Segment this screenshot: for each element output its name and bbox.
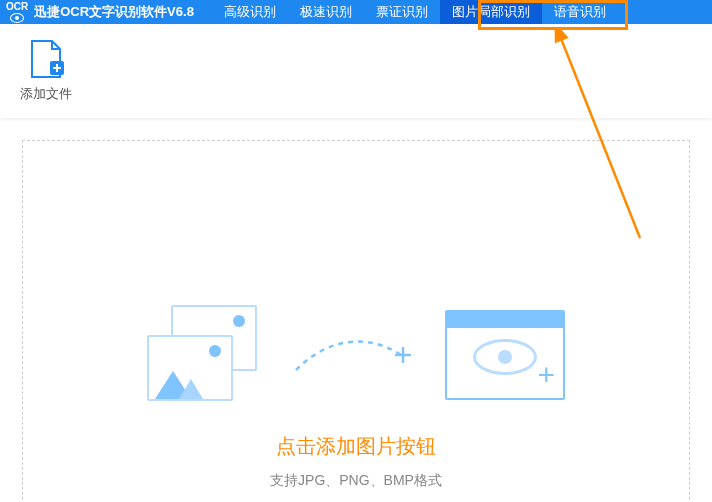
nav-item-partial-image[interactable]: 图片局部识别 [440, 0, 542, 24]
app-title: 迅捷OCR文字识别软件V6.8 [34, 3, 194, 21]
cta-subtitle: 支持JPG、PNG、BMP格式 [270, 472, 442, 490]
nav-item-fast[interactable]: 极速识别 [288, 0, 364, 24]
nav-item-voice[interactable]: 语音识别 [542, 0, 618, 24]
eye-icon [473, 339, 537, 375]
drop-zone[interactable]: + 点击添加图片按钮 支持JPG、PNG、BMP格式 [22, 140, 690, 500]
nav-item-ticket[interactable]: 票证识别 [364, 0, 440, 24]
preview-card-icon: + [445, 310, 565, 400]
cta-title: 点击添加图片按钮 [276, 433, 436, 460]
eye-icon [10, 13, 24, 23]
arrow-dashed-icon [291, 330, 421, 380]
file-plus-icon [28, 39, 64, 79]
app-logo: OCR [0, 0, 34, 24]
illustration: + [147, 305, 565, 405]
toolbar: 添加文件 [0, 24, 712, 118]
add-file-label: 添加文件 [20, 85, 72, 103]
nav-tabs: 高级识别 极速识别 票证识别 图片局部识别 语音识别 [212, 0, 618, 24]
plus-icon: + [537, 360, 555, 390]
main-area: + 点击添加图片按钮 支持JPG、PNG、BMP格式 [0, 118, 712, 500]
add-file-button[interactable]: 添加文件 [20, 39, 72, 103]
images-icon [147, 305, 267, 405]
logo-text: OCR [6, 2, 28, 12]
nav-item-advanced[interactable]: 高级识别 [212, 0, 288, 24]
app-header: OCR 迅捷OCR文字识别软件V6.8 高级识别 极速识别 票证识别 图片局部识… [0, 0, 712, 24]
